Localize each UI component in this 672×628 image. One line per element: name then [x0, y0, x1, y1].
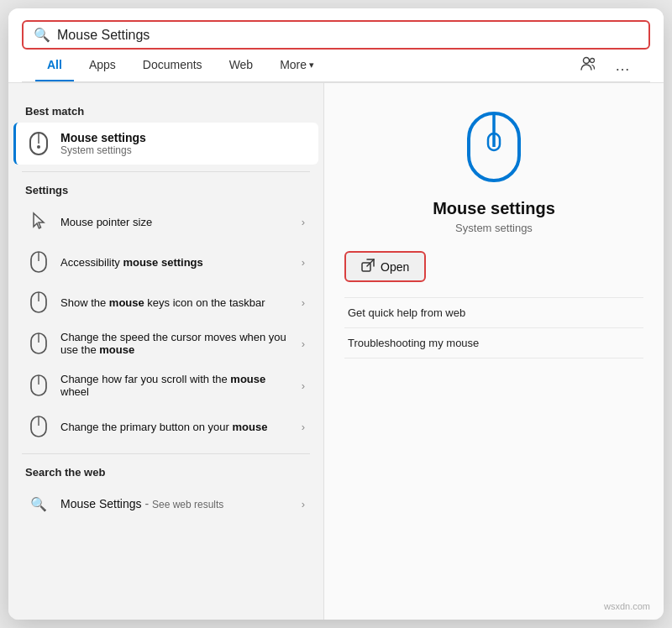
nav-tabs: All Apps Documents Web More ▾ … — [22, 50, 650, 82]
item-text: Change the primary button on your mouse — [60, 421, 291, 433]
divider-2 — [22, 453, 310, 454]
item-text: Accessibility mouse settings — [60, 256, 291, 269]
item-name: Change how far you scroll with the mouse… — [60, 373, 291, 398]
list-item[interactable]: Show the mouse keys icon on the taskbar … — [13, 282, 318, 322]
open-external-icon — [361, 259, 375, 275]
nav-right-actions: … — [575, 52, 637, 80]
right-mouse-icon — [465, 110, 522, 187]
right-panel: Mouse settings System settings Open Get … — [323, 83, 664, 620]
item-name: Change the primary button on your mouse — [60, 421, 291, 433]
left-panel: Best match Mouse settings System setting… — [8, 83, 323, 620]
chevron-right-icon: › — [302, 421, 305, 433]
chevron-right-icon: › — [302, 216, 305, 228]
right-link-item[interactable]: Troubleshooting my mouse — [344, 328, 643, 358]
item-name: Change the speed the cursor moves when y… — [60, 331, 291, 356]
chevron-right-icon: › — [302, 296, 305, 309]
scroll-icon — [27, 374, 50, 397]
item-text: Show the mouse keys icon on the taskbar — [60, 296, 291, 309]
chevron-right-icon: › — [302, 338, 305, 350]
item-name: Accessibility mouse settings — [60, 256, 291, 269]
list-item[interactable]: Change how far you scroll with the mouse… — [13, 364, 318, 406]
chevron-right-icon: › — [302, 498, 305, 510]
mouse-pointer-icon — [27, 210, 50, 233]
best-match-label: Best match — [8, 100, 323, 123]
item-text: Mouse pointer size — [60, 216, 291, 228]
web-search-item[interactable]: 🔍 Mouse Settings - See web results › — [13, 484, 318, 524]
settings-label: Settings — [8, 179, 323, 201]
mouse-icon — [27, 132, 50, 155]
accessibility-mouse-icon — [27, 250, 50, 274]
mouse-keys-icon — [27, 290, 50, 314]
search-icon: 🔍 — [34, 27, 50, 43]
svg-point-1 — [591, 58, 595, 62]
search-input-wrapper: 🔍 — [22, 20, 650, 50]
right-sub: System settings — [455, 222, 533, 234]
list-item[interactable]: Mouse pointer size › — [13, 201, 318, 242]
primary-button-icon — [27, 415, 50, 438]
more-options-icon[interactable]: … — [610, 54, 637, 78]
chevron-right-icon: › — [302, 379, 305, 392]
open-button[interactable]: Open — [344, 251, 426, 282]
right-title: Mouse settings — [433, 199, 555, 218]
right-link-item[interactable]: Get quick help from web — [344, 297, 643, 328]
search-web-label: Search the web — [8, 461, 323, 484]
item-name: Show the mouse keys icon on the taskbar — [60, 296, 291, 309]
web-search-name: Mouse Settings - See web results — [60, 497, 291, 510]
search-bar-row: 🔍 All Apps Documents Web More ▾ — [8, 8, 664, 83]
item-text: Change how far you scroll with the mouse… — [60, 373, 291, 398]
watermark: wsxdn.com — [604, 601, 650, 611]
list-item[interactable]: Accessibility mouse settings › — [13, 242, 318, 282]
list-item[interactable]: Change the primary button on your mouse … — [13, 406, 318, 447]
list-item[interactable]: Change the speed the cursor moves when y… — [13, 322, 318, 364]
best-match-name: Mouse settings — [60, 131, 305, 144]
divider-1 — [22, 171, 310, 172]
settings-items: Mouse pointer size › Accessibility mouse… — [8, 201, 323, 447]
chevron-down-icon: ▾ — [309, 60, 314, 71]
web-search-icon: 🔍 — [27, 492, 50, 515]
search-input[interactable] — [57, 28, 638, 43]
item-text: Change the speed the cursor moves when y… — [60, 331, 291, 356]
tab-documents[interactable]: Documents — [131, 50, 214, 81]
tab-web[interactable]: Web — [218, 50, 265, 81]
svg-point-0 — [584, 57, 590, 63]
tab-all[interactable]: All — [35, 50, 74, 81]
tab-more[interactable]: More ▾ — [268, 50, 326, 81]
chevron-right-icon: › — [302, 256, 305, 269]
open-label: Open — [381, 260, 409, 274]
web-search-text: Mouse Settings - See web results — [60, 497, 291, 510]
content-area: Best match Mouse settings System setting… — [8, 83, 664, 620]
best-match-item[interactable]: Mouse settings System settings — [13, 123, 318, 165]
tab-apps[interactable]: Apps — [77, 50, 128, 81]
best-match-text: Mouse settings System settings — [60, 131, 305, 156]
item-name: Mouse pointer size — [60, 216, 291, 228]
svg-point-4 — [37, 145, 40, 149]
right-links: Get quick help from web Troubleshooting … — [344, 297, 643, 358]
cursor-speed-icon — [27, 332, 50, 355]
people-icon[interactable] — [575, 52, 601, 80]
best-match-sub: System settings — [60, 144, 305, 156]
